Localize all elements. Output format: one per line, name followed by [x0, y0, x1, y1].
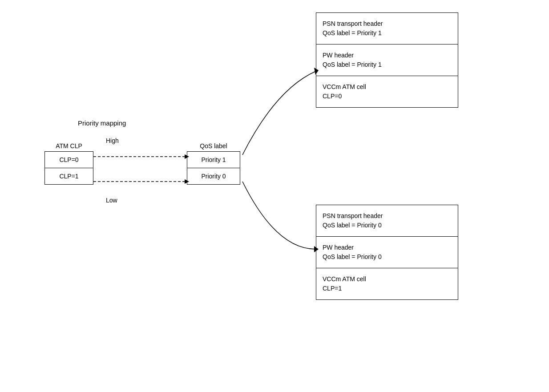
high-label: High	[106, 137, 119, 144]
atm-clp-box: CLP=0 CLP=1	[44, 151, 93, 185]
atm-clp-cell-0: CLP=0	[45, 152, 93, 168]
atm-clp-label: ATM CLP	[44, 142, 93, 150]
packet-group-bottom: PSN transport headerQoS label = Priority…	[316, 205, 458, 300]
psn-header-top: PSN transport headerQoS label = Priority…	[316, 13, 458, 44]
vccm-cell-top: VCCm ATM cellCLP=0	[316, 76, 458, 107]
pw-header-bottom: PW headerQoS label = Priority 0	[316, 237, 458, 268]
qos-cell-priority1: Priority 1	[187, 152, 240, 168]
pw-header-top: PW headerQoS label = Priority 1	[316, 44, 458, 76]
low-label: Low	[106, 197, 117, 204]
atm-clp-group: ATM CLP CLP=0 CLP=1	[44, 142, 93, 185]
qos-label: QoS label	[187, 142, 240, 150]
packet-group-top: PSN transport headerQoS label = Priority…	[316, 12, 458, 108]
arrows-svg	[0, 0, 549, 392]
qos-group: QoS label Priority 1 Priority 0	[187, 142, 240, 185]
diagram-container: Priority mapping High Low ATM CLP CLP=0 …	[0, 0, 549, 392]
atm-clp-cell-1: CLP=1	[45, 168, 93, 184]
vccm-cell-bottom: VCCm ATM cellCLP=1	[316, 268, 458, 299]
priority-mapping-label: Priority mapping	[78, 119, 126, 127]
qos-cell-priority0: Priority 0	[187, 168, 240, 184]
psn-header-bottom: PSN transport headerQoS label = Priority…	[316, 205, 458, 237]
qos-box: Priority 1 Priority 0	[187, 151, 240, 185]
